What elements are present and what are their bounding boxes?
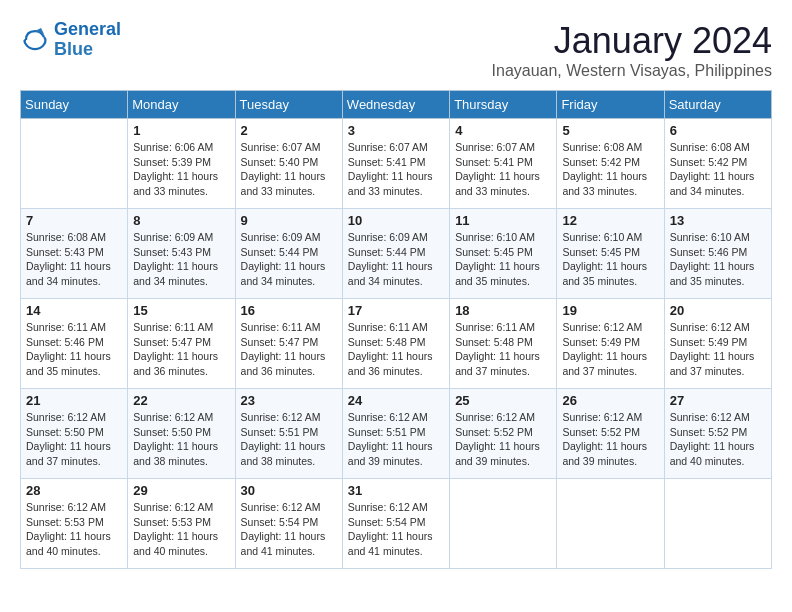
cell-info: Sunrise: 6:09 AM Sunset: 5:44 PM Dayligh… <box>348 230 444 289</box>
calendar-cell: 5Sunrise: 6:08 AM Sunset: 5:42 PM Daylig… <box>557 119 664 209</box>
calendar-cell: 3Sunrise: 6:07 AM Sunset: 5:41 PM Daylig… <box>342 119 449 209</box>
calendar-cell: 20Sunrise: 6:12 AM Sunset: 5:49 PM Dayli… <box>664 299 771 389</box>
cell-info: Sunrise: 6:12 AM Sunset: 5:49 PM Dayligh… <box>562 320 658 379</box>
calendar-cell: 12Sunrise: 6:10 AM Sunset: 5:45 PM Dayli… <box>557 209 664 299</box>
cell-info: Sunrise: 6:11 AM Sunset: 5:47 PM Dayligh… <box>133 320 229 379</box>
day-number: 24 <box>348 393 444 408</box>
calendar-cell: 16Sunrise: 6:11 AM Sunset: 5:47 PM Dayli… <box>235 299 342 389</box>
day-number: 14 <box>26 303 122 318</box>
calendar-cell: 4Sunrise: 6:07 AM Sunset: 5:41 PM Daylig… <box>450 119 557 209</box>
day-number: 3 <box>348 123 444 138</box>
calendar-cell <box>450 479 557 569</box>
cell-info: Sunrise: 6:12 AM Sunset: 5:52 PM Dayligh… <box>562 410 658 469</box>
day-number: 7 <box>26 213 122 228</box>
calendar-week-row: 7Sunrise: 6:08 AM Sunset: 5:43 PM Daylig… <box>21 209 772 299</box>
day-number: 26 <box>562 393 658 408</box>
cell-info: Sunrise: 6:08 AM Sunset: 5:42 PM Dayligh… <box>562 140 658 199</box>
logo-blue: Blue <box>54 39 93 59</box>
cell-info: Sunrise: 6:09 AM Sunset: 5:43 PM Dayligh… <box>133 230 229 289</box>
cell-info: Sunrise: 6:12 AM Sunset: 5:49 PM Dayligh… <box>670 320 766 379</box>
calendar-cell: 23Sunrise: 6:12 AM Sunset: 5:51 PM Dayli… <box>235 389 342 479</box>
location-title: Inayauan, Western Visayas, Philippines <box>492 62 772 80</box>
day-number: 31 <box>348 483 444 498</box>
cell-info: Sunrise: 6:10 AM Sunset: 5:46 PM Dayligh… <box>670 230 766 289</box>
day-number: 18 <box>455 303 551 318</box>
calendar-cell: 22Sunrise: 6:12 AM Sunset: 5:50 PM Dayli… <box>128 389 235 479</box>
cell-info: Sunrise: 6:12 AM Sunset: 5:53 PM Dayligh… <box>133 500 229 559</box>
calendar-week-row: 14Sunrise: 6:11 AM Sunset: 5:46 PM Dayli… <box>21 299 772 389</box>
cell-info: Sunrise: 6:10 AM Sunset: 5:45 PM Dayligh… <box>455 230 551 289</box>
cell-info: Sunrise: 6:07 AM Sunset: 5:40 PM Dayligh… <box>241 140 337 199</box>
logo-icon <box>20 25 50 55</box>
calendar-cell: 29Sunrise: 6:12 AM Sunset: 5:53 PM Dayli… <box>128 479 235 569</box>
calendar-cell: 19Sunrise: 6:12 AM Sunset: 5:49 PM Dayli… <box>557 299 664 389</box>
calendar-day-header: Thursday <box>450 91 557 119</box>
calendar-cell: 28Sunrise: 6:12 AM Sunset: 5:53 PM Dayli… <box>21 479 128 569</box>
calendar-cell: 6Sunrise: 6:08 AM Sunset: 5:42 PM Daylig… <box>664 119 771 209</box>
day-number: 28 <box>26 483 122 498</box>
calendar-cell: 14Sunrise: 6:11 AM Sunset: 5:46 PM Dayli… <box>21 299 128 389</box>
day-number: 12 <box>562 213 658 228</box>
day-number: 17 <box>348 303 444 318</box>
logo-general: General <box>54 19 121 39</box>
month-title: January 2024 <box>492 20 772 62</box>
cell-info: Sunrise: 6:10 AM Sunset: 5:45 PM Dayligh… <box>562 230 658 289</box>
cell-info: Sunrise: 6:11 AM Sunset: 5:48 PM Dayligh… <box>348 320 444 379</box>
cell-info: Sunrise: 6:12 AM Sunset: 5:50 PM Dayligh… <box>26 410 122 469</box>
cell-info: Sunrise: 6:12 AM Sunset: 5:52 PM Dayligh… <box>455 410 551 469</box>
calendar-day-header: Sunday <box>21 91 128 119</box>
calendar-cell: 31Sunrise: 6:12 AM Sunset: 5:54 PM Dayli… <box>342 479 449 569</box>
cell-info: Sunrise: 6:12 AM Sunset: 5:50 PM Dayligh… <box>133 410 229 469</box>
calendar-cell: 26Sunrise: 6:12 AM Sunset: 5:52 PM Dayli… <box>557 389 664 479</box>
calendar-cell <box>21 119 128 209</box>
day-number: 16 <box>241 303 337 318</box>
cell-info: Sunrise: 6:12 AM Sunset: 5:54 PM Dayligh… <box>241 500 337 559</box>
day-number: 2 <box>241 123 337 138</box>
day-number: 21 <box>26 393 122 408</box>
calendar-cell: 11Sunrise: 6:10 AM Sunset: 5:45 PM Dayli… <box>450 209 557 299</box>
calendar-cell <box>664 479 771 569</box>
calendar-day-header: Saturday <box>664 91 771 119</box>
cell-info: Sunrise: 6:09 AM Sunset: 5:44 PM Dayligh… <box>241 230 337 289</box>
calendar-week-row: 1Sunrise: 6:06 AM Sunset: 5:39 PM Daylig… <box>21 119 772 209</box>
day-number: 29 <box>133 483 229 498</box>
calendar-header-row: SundayMondayTuesdayWednesdayThursdayFrid… <box>21 91 772 119</box>
day-number: 9 <box>241 213 337 228</box>
cell-info: Sunrise: 6:11 AM Sunset: 5:46 PM Dayligh… <box>26 320 122 379</box>
calendar-day-header: Tuesday <box>235 91 342 119</box>
cell-info: Sunrise: 6:07 AM Sunset: 5:41 PM Dayligh… <box>455 140 551 199</box>
day-number: 30 <box>241 483 337 498</box>
cell-info: Sunrise: 6:07 AM Sunset: 5:41 PM Dayligh… <box>348 140 444 199</box>
title-block: January 2024 Inayauan, Western Visayas, … <box>492 20 772 80</box>
day-number: 22 <box>133 393 229 408</box>
cell-info: Sunrise: 6:06 AM Sunset: 5:39 PM Dayligh… <box>133 140 229 199</box>
logo-text: General Blue <box>54 20 121 60</box>
cell-info: Sunrise: 6:12 AM Sunset: 5:53 PM Dayligh… <box>26 500 122 559</box>
calendar-cell: 7Sunrise: 6:08 AM Sunset: 5:43 PM Daylig… <box>21 209 128 299</box>
calendar-day-header: Monday <box>128 91 235 119</box>
calendar-cell: 30Sunrise: 6:12 AM Sunset: 5:54 PM Dayli… <box>235 479 342 569</box>
calendar-week-row: 28Sunrise: 6:12 AM Sunset: 5:53 PM Dayli… <box>21 479 772 569</box>
calendar-cell: 10Sunrise: 6:09 AM Sunset: 5:44 PM Dayli… <box>342 209 449 299</box>
cell-info: Sunrise: 6:12 AM Sunset: 5:54 PM Dayligh… <box>348 500 444 559</box>
day-number: 6 <box>670 123 766 138</box>
day-number: 19 <box>562 303 658 318</box>
page-header: General Blue January 2024 Inayauan, West… <box>20 20 772 80</box>
day-number: 5 <box>562 123 658 138</box>
day-number: 10 <box>348 213 444 228</box>
calendar-cell: 27Sunrise: 6:12 AM Sunset: 5:52 PM Dayli… <box>664 389 771 479</box>
day-number: 27 <box>670 393 766 408</box>
logo: General Blue <box>20 20 121 60</box>
calendar-day-header: Friday <box>557 91 664 119</box>
day-number: 11 <box>455 213 551 228</box>
cell-info: Sunrise: 6:12 AM Sunset: 5:51 PM Dayligh… <box>348 410 444 469</box>
day-number: 15 <box>133 303 229 318</box>
calendar-cell: 24Sunrise: 6:12 AM Sunset: 5:51 PM Dayli… <box>342 389 449 479</box>
cell-info: Sunrise: 6:11 AM Sunset: 5:47 PM Dayligh… <box>241 320 337 379</box>
cell-info: Sunrise: 6:12 AM Sunset: 5:51 PM Dayligh… <box>241 410 337 469</box>
day-number: 4 <box>455 123 551 138</box>
cell-info: Sunrise: 6:12 AM Sunset: 5:52 PM Dayligh… <box>670 410 766 469</box>
calendar-table: SundayMondayTuesdayWednesdayThursdayFrid… <box>20 90 772 569</box>
calendar-cell: 13Sunrise: 6:10 AM Sunset: 5:46 PM Dayli… <box>664 209 771 299</box>
calendar-cell <box>557 479 664 569</box>
